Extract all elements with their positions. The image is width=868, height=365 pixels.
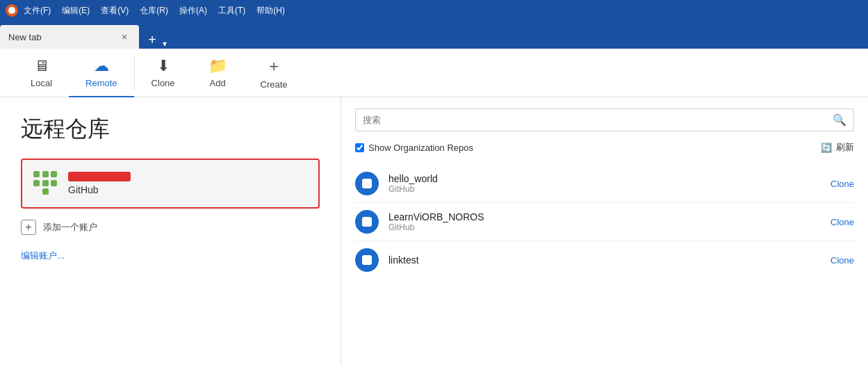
account-card[interactable]: GitHub [21,159,320,209]
nav-clone-label: Clone [152,78,175,88]
left-panel: 远程仓库 GitHub + 添加一个账户 编辑账户... [0,97,341,365]
menu-repo[interactable]: 仓库(R) [140,5,168,17]
account-label: GitHub [68,184,131,195]
show-org-checkbox[interactable] [355,143,364,152]
folder-icon: 📁 [208,57,227,75]
menu-help[interactable]: 帮助(H) [256,5,285,17]
repo-clone-button[interactable]: Clone [830,217,854,227]
tab-dropdown-button[interactable]: ▾ [163,39,167,49]
nav-create-label: Create [261,79,288,90]
add-account-row[interactable]: + 添加一个账户 [21,220,320,235]
download-icon: ⬇ [157,57,170,75]
repo-clone-button[interactable]: Clone [830,179,854,189]
show-org-row: Show Organization Repos [355,143,473,153]
tab-close-button[interactable]: × [118,31,131,43]
svg-rect-1 [362,179,372,188]
repo-item: LearnViORB_NOROS GitHub Clone [355,203,854,241]
nav-clone[interactable]: ⬇ Clone [135,49,192,97]
repo-avatar [355,248,379,272]
add-account-label: 添加一个账户 [43,221,97,234]
tab-bar: New tab × + ▾ [0,21,868,49]
page-title: 远程仓库 [21,114,320,145]
main-content: 远程仓库 GitHub + 添加一个账户 编辑账户... 🔍 [0,97,868,365]
repo-info: linktest [388,254,821,266]
nav-add-label: Add [210,78,226,88]
nav-bar: 🖥 Local ☁ Remote ⬇ Clone 📁 Add ＋ Create [0,49,868,97]
search-icon: 🔍 [833,113,846,127]
refresh-button[interactable]: 🔄 刷新 [821,141,854,154]
svg-rect-2 [362,217,372,227]
search-input[interactable] [363,115,833,125]
cloud-icon: ☁ [94,57,109,75]
nav-remote[interactable]: ☁ Remote [69,49,134,97]
repo-info: LearnViORB_NOROS GitHub [388,211,821,232]
menu-file[interactable]: 文件(F) [24,5,51,17]
account-info: GitHub [68,172,131,195]
nav-local-label: Local [31,78,52,88]
repo-source: GitHub [388,184,821,194]
repo-info: hello_world GitHub [388,173,821,194]
right-panel: 🔍 Show Organization Repos 🔄 刷新 hello_wor… [341,97,868,365]
repo-source: GitHub [388,222,821,232]
repo-list: hello_world GitHub Clone LearnViORB_NORO… [355,165,854,279]
menu-action[interactable]: 操作(A) [179,5,207,17]
tab-label: New tab [8,32,42,42]
checkbox-row: Show Organization Repos 🔄 刷新 [355,141,854,154]
nav-create[interactable]: ＋ Create [244,49,304,97]
edit-accounts-link[interactable]: 编辑账户... [21,250,65,261]
refresh-label: 刷新 [836,141,854,154]
plus-icon: ＋ [266,56,281,76]
menu-view[interactable]: 查看(V) [101,5,129,17]
add-account-button[interactable]: + [21,220,36,235]
monitor-icon: 🖥 [34,57,49,75]
tab-new[interactable]: New tab × [0,25,139,49]
repo-item: linktest Clone [355,241,854,279]
menu-tools[interactable]: 工具(T) [218,5,245,17]
nav-add[interactable]: 📁 Add [192,49,244,97]
menu-edit[interactable]: 编辑(E) [62,5,90,17]
new-tab-button[interactable]: + [143,31,161,49]
svg-point-0 [8,7,15,14]
repo-name: hello_world [388,173,821,184]
nav-local[interactable]: 🖥 Local [14,49,69,97]
repo-clone-button[interactable]: Clone [830,255,854,266]
svg-rect-3 [362,255,372,265]
repo-item: hello_world GitHub Clone [355,165,854,203]
show-org-label: Show Organization Repos [368,143,473,153]
refresh-icon: 🔄 [821,143,832,153]
title-bar: 文件(F) 编辑(E) 查看(V) 仓库(R) 操作(A) 工具(T) 帮助(H… [0,0,868,21]
repo-name: LearnViORB_NOROS [388,211,821,222]
repo-avatar [355,210,379,234]
menu-bar: 文件(F) 编辑(E) 查看(V) 仓库(R) 操作(A) 工具(T) 帮助(H… [24,5,285,17]
repo-avatar [355,172,379,195]
repo-name: linktest [388,254,821,266]
github-icon [33,171,58,196]
app-logo [6,4,18,17]
nav-remote-label: Remote [85,78,117,88]
search-bar: 🔍 [355,108,854,131]
account-name-bar [68,172,131,181]
